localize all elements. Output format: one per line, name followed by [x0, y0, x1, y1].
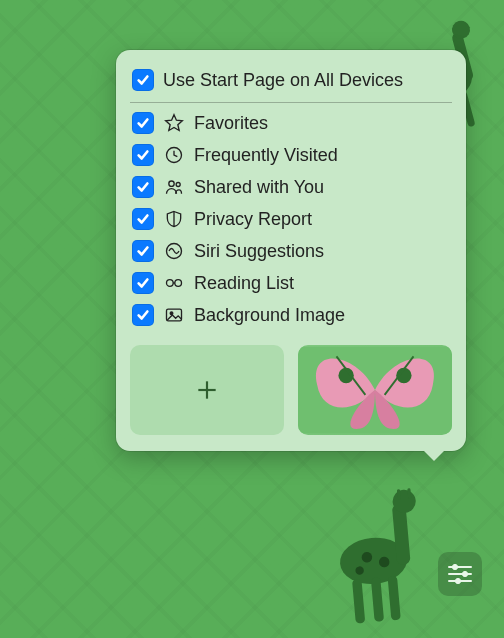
background-thumbnails [130, 345, 452, 435]
image-icon [163, 304, 185, 326]
divider [130, 102, 452, 103]
option-label: Favorites [194, 113, 450, 134]
customize-start-page-button[interactable] [438, 552, 482, 596]
svg-point-37 [462, 571, 467, 576]
background-thumbnail-butterfly[interactable] [298, 345, 452, 435]
start-page-settings-popover: Use Start Page on All Devices Favorites … [116, 50, 466, 451]
siri-icon [163, 240, 185, 262]
svg-point-35 [452, 564, 457, 569]
star-icon [163, 112, 185, 134]
checkbox[interactable] [132, 69, 154, 91]
svg-rect-11 [352, 579, 365, 624]
option-background-image[interactable]: Background Image [130, 299, 452, 331]
option-label: Reading List [194, 273, 450, 294]
clock-icon [163, 144, 185, 166]
svg-point-39 [455, 578, 460, 583]
option-label: Use Start Page on All Devices [163, 70, 450, 91]
checkbox[interactable] [132, 144, 154, 166]
option-label: Siri Suggestions [194, 241, 450, 262]
svg-marker-17 [166, 115, 183, 131]
option-label: Frequently Visited [194, 145, 450, 166]
people-icon [163, 176, 185, 198]
checkbox[interactable] [132, 176, 154, 198]
butterfly-preview-art [298, 345, 452, 435]
svg-rect-13 [388, 576, 401, 621]
checkbox[interactable] [132, 112, 154, 134]
svg-point-20 [176, 183, 180, 187]
shield-icon [163, 208, 185, 230]
option-use-start-page-all-devices[interactable]: Use Start Page on All Devices [130, 64, 452, 96]
glasses-icon [163, 272, 185, 294]
option-favorites[interactable]: Favorites [130, 107, 452, 139]
svg-rect-12 [371, 577, 384, 622]
svg-point-23 [175, 280, 182, 287]
svg-point-22 [167, 280, 174, 287]
giraffe-decoration-bottom [315, 481, 453, 638]
checkbox[interactable] [132, 208, 154, 230]
option-label: Shared with You [194, 177, 450, 198]
checkbox[interactable] [132, 240, 154, 262]
svg-point-19 [169, 181, 174, 186]
option-privacy-report[interactable]: Privacy Report [130, 203, 452, 235]
option-frequently-visited[interactable]: Frequently Visited [130, 139, 452, 171]
option-reading-list[interactable]: Reading List [130, 267, 452, 299]
add-background-button[interactable] [130, 345, 284, 435]
option-label: Background Image [194, 305, 450, 326]
option-shared-with-you[interactable]: Shared with You [130, 171, 452, 203]
option-siri-suggestions[interactable]: Siri Suggestions [130, 235, 452, 267]
option-label: Privacy Report [194, 209, 450, 230]
checkbox[interactable] [132, 272, 154, 294]
checkbox[interactable] [132, 304, 154, 326]
